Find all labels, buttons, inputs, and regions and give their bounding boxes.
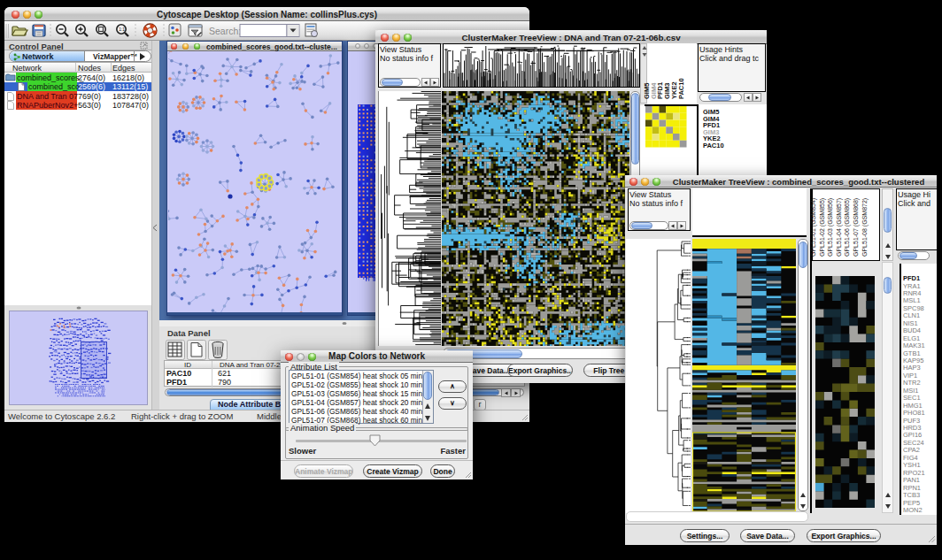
- svg-text:Search:: Search:: [209, 26, 241, 36]
- svg-text:1:1: 1:1: [119, 27, 125, 32]
